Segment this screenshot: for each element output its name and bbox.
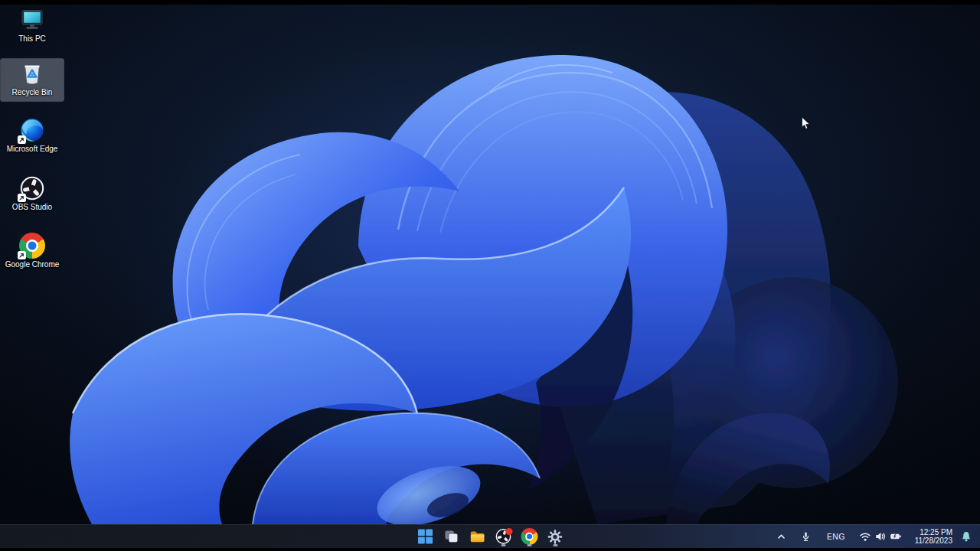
task-view-button[interactable] bbox=[439, 527, 463, 547]
system-tray: ENG 12:25 PM bbox=[773, 525, 975, 548]
this-pc-icon bbox=[19, 7, 45, 33]
icon-label: This PC bbox=[18, 34, 46, 44]
wifi-icon bbox=[859, 530, 871, 543]
notification-bell-icon bbox=[960, 530, 972, 543]
shortcut-arrow-icon bbox=[18, 251, 26, 259]
start-button[interactable] bbox=[413, 527, 437, 547]
file-explorer-icon bbox=[469, 528, 485, 545]
gear-icon bbox=[547, 529, 564, 545]
taskbar-center-group bbox=[413, 525, 567, 548]
icon-label: OBS Studio bbox=[12, 203, 52, 212]
desktop-icon-this-pc[interactable]: This PC bbox=[1, 5, 64, 47]
shortcut-arrow-icon bbox=[18, 194, 26, 202]
settings-taskbar-button[interactable] bbox=[544, 527, 567, 547]
microphone-tray-button[interactable] bbox=[797, 527, 815, 546]
task-view-icon bbox=[443, 529, 459, 544]
shortcut-arrow-icon bbox=[18, 135, 26, 144]
windows-logo-icon bbox=[417, 529, 433, 544]
edge-icon bbox=[19, 117, 45, 143]
desktop[interactable]: This PC Recycle Bin bbox=[0, 5, 980, 524]
notification-center-button[interactable] bbox=[957, 527, 975, 546]
battery-charging-icon bbox=[890, 530, 902, 543]
icon-label: Google Chrome bbox=[5, 260, 60, 269]
taskbar: ENG 12:25 PM bbox=[0, 524, 980, 548]
tray-date: 11/28/2023 bbox=[915, 536, 952, 546]
running-indicator bbox=[501, 544, 505, 546]
desktop-icon-recycle-bin[interactable]: Recycle Bin bbox=[1, 59, 64, 101]
chrome-blue-core bbox=[28, 242, 37, 250]
running-indicator bbox=[527, 544, 531, 546]
file-explorer-button[interactable] bbox=[466, 527, 489, 547]
chrome-icon bbox=[521, 528, 537, 545]
clock[interactable]: 12:25 PM 11/28/2023 bbox=[910, 528, 957, 546]
recording-badge bbox=[506, 528, 513, 535]
hidden-icons-button[interactable] bbox=[773, 527, 790, 546]
running-indicator bbox=[553, 544, 557, 546]
wallpaper-bloom bbox=[0, 5, 980, 524]
chrome-taskbar-button[interactable] bbox=[518, 527, 541, 547]
icon-label: Recycle Bin bbox=[12, 88, 53, 97]
screen: This PC Recycle Bin bbox=[0, 0, 980, 551]
quick-settings-button[interactable] bbox=[855, 527, 906, 546]
desktop-icon-obs-studio[interactable]: OBS Studio bbox=[1, 174, 64, 216]
icon-label: Microsoft Edge bbox=[7, 145, 58, 154]
volume-icon bbox=[874, 530, 887, 543]
chevron-up-icon bbox=[776, 531, 787, 543]
letterbox-bottom bbox=[0, 548, 980, 551]
obs-studio-taskbar-button[interactable] bbox=[492, 527, 515, 547]
letterbox-top bbox=[0, 0, 980, 5]
desktop-icon-google-chrome[interactable]: Google Chrome bbox=[1, 231, 64, 273]
tray-time: 12:25 PM bbox=[920, 528, 952, 537]
language-indicator[interactable]: ENG bbox=[822, 527, 851, 546]
microphone-icon bbox=[800, 531, 812, 543]
chrome-icon bbox=[19, 233, 45, 259]
desktop-icon-microsoft-edge[interactable]: Microsoft Edge bbox=[1, 116, 64, 158]
recycle-bin-icon bbox=[19, 60, 45, 86]
obs-icon bbox=[19, 175, 45, 201]
